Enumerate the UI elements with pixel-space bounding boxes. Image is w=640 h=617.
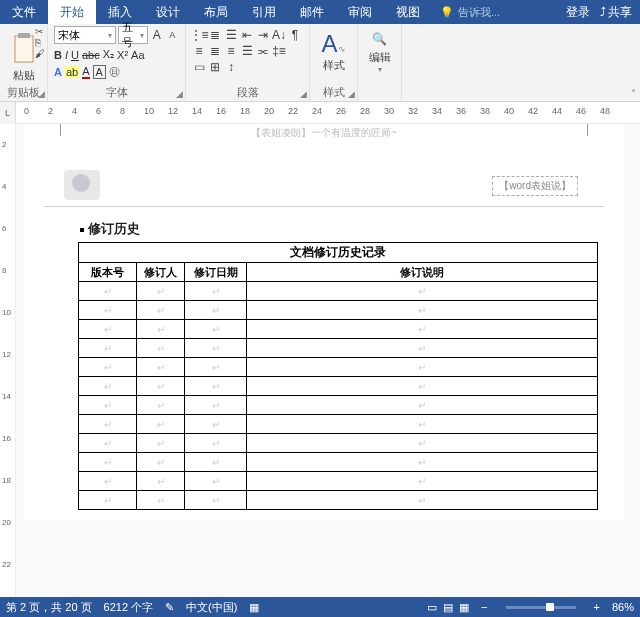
inserted-text-box[interactable]: 【word表姐说】 <box>492 176 578 196</box>
status-words[interactable]: 6212 个字 <box>104 600 154 615</box>
share-button[interactable]: ⤴共享 <box>600 4 632 21</box>
decrease-indent[interactable]: ⇤ <box>240 28 254 42</box>
revision-table[interactable]: 文档修订历史记录 版本号 修订人 修订日期 修订说明 ↵↵↵↵↵↵↵↵↵↵↵↵↵… <box>78 242 598 510</box>
table-row[interactable]: ↵↵↵↵ <box>79 396 598 415</box>
table-cell[interactable]: ↵ <box>185 453 247 472</box>
table-cell[interactable]: ↵ <box>79 396 137 415</box>
char-border-button[interactable]: A <box>93 65 106 79</box>
styles-button[interactable]: A∿ <box>316 30 351 58</box>
editing-dropdown[interactable]: ▾ <box>364 65 395 74</box>
change-case-button[interactable]: Aa <box>131 49 144 61</box>
table-cell[interactable]: ↵ <box>247 434 598 453</box>
table-row[interactable]: ↵↵↵↵ <box>79 377 598 396</box>
grow-font[interactable]: A <box>150 27 164 43</box>
tab-review[interactable]: 审阅 <box>336 0 384 24</box>
table-row[interactable]: ↵↵↵↵ <box>79 282 598 301</box>
table-cell[interactable]: ↵ <box>247 396 598 415</box>
table-cell[interactable]: ↵ <box>79 377 137 396</box>
text-effects-button[interactable]: A <box>54 66 62 78</box>
table-cell[interactable]: ↵ <box>79 434 137 453</box>
table-row[interactable]: ↵↵↵↵ <box>79 415 598 434</box>
ruler-horizontal[interactable]: L 02468101214161820222426283032343638404… <box>0 102 640 124</box>
ribbon-collapse[interactable]: ˄ <box>631 88 636 99</box>
subscript-button[interactable]: X₂ <box>103 48 114 61</box>
font-launcher[interactable]: ◢ <box>176 89 183 99</box>
status-page[interactable]: 第 2 页，共 20 页 <box>6 600 92 615</box>
table-cell[interactable]: ↵ <box>137 358 185 377</box>
paste-button[interactable] <box>9 30 39 66</box>
bullets-button[interactable]: ⋮≡ <box>192 28 206 42</box>
table-cell[interactable]: ↵ <box>137 377 185 396</box>
clipboard-launcher[interactable]: ◢ <box>38 89 45 99</box>
bold-button[interactable]: B <box>54 49 62 61</box>
view-print-icon[interactable]: ▤ <box>443 601 453 614</box>
table-cell[interactable]: ↵ <box>247 472 598 491</box>
styles-launcher[interactable]: ◢ <box>348 89 355 99</box>
tab-mail[interactable]: 邮件 <box>288 0 336 24</box>
cut-icon[interactable]: ✂ <box>35 26 45 37</box>
table-cell[interactable]: ↵ <box>137 415 185 434</box>
table-cell[interactable]: ↵ <box>185 415 247 434</box>
tab-design[interactable]: 设计 <box>144 0 192 24</box>
table-cell[interactable]: ↵ <box>79 453 137 472</box>
table-cell[interactable]: ↵ <box>247 415 598 434</box>
status-lang[interactable]: 中文(中国) <box>186 600 237 615</box>
tab-references[interactable]: 引用 <box>240 0 288 24</box>
login-button[interactable]: 登录 <box>566 4 590 21</box>
borders-button[interactable]: ⊞ <box>208 60 222 74</box>
table-cell[interactable]: ↵ <box>185 339 247 358</box>
tab-selector[interactable]: L <box>0 102 16 124</box>
table-cell[interactable]: ↵ <box>79 415 137 434</box>
table-cell[interactable]: ↵ <box>247 453 598 472</box>
table-row[interactable]: ↵↵↵↵ <box>79 320 598 339</box>
table-cell[interactable]: ↵ <box>79 358 137 377</box>
table-row[interactable]: ↵↵↵↵ <box>79 434 598 453</box>
underline-button[interactable]: U <box>71 49 79 61</box>
table-cell[interactable]: ↵ <box>247 320 598 339</box>
table-cell[interactable]: ↵ <box>79 339 137 358</box>
shrink-font[interactable]: A <box>166 27 180 43</box>
sort-button[interactable]: A↓ <box>272 28 286 42</box>
table-cell[interactable]: ↵ <box>79 320 137 339</box>
zoom-level[interactable]: 86% <box>612 601 634 613</box>
table-cell[interactable]: ↵ <box>185 396 247 415</box>
align-right[interactable]: ≡ <box>224 44 238 58</box>
table-row[interactable]: ↵↵↵↵ <box>79 453 598 472</box>
table-cell[interactable]: ↵ <box>185 301 247 320</box>
asian-layout[interactable]: ↕ <box>224 60 238 74</box>
tab-view[interactable]: 视图 <box>384 0 432 24</box>
status-spellcheck-icon[interactable]: ✎ <box>165 601 174 614</box>
table-row[interactable]: ↵↵↵↵ <box>79 358 598 377</box>
tab-file[interactable]: 文件 <box>0 0 48 24</box>
table-cell[interactable]: ↵ <box>137 434 185 453</box>
table-cell[interactable]: ↵ <box>247 491 598 510</box>
zoom-in[interactable]: + <box>594 601 600 613</box>
numbering-button[interactable]: ≣ <box>208 28 222 42</box>
distribute[interactable]: ⫘ <box>256 44 270 58</box>
table-cell[interactable]: ↵ <box>185 282 247 301</box>
superscript-button[interactable]: X² <box>117 49 128 61</box>
table-cell[interactable]: ↵ <box>185 434 247 453</box>
zoom-out[interactable]: − <box>481 601 487 613</box>
zoom-slider[interactable] <box>506 606 576 609</box>
view-web-icon[interactable]: ▦ <box>459 601 469 614</box>
highlight-button[interactable]: ab <box>65 66 79 78</box>
tell-me[interactable]: 💡告诉我... <box>440 5 500 20</box>
para-launcher[interactable]: ◢ <box>300 89 307 99</box>
table-cell[interactable]: ↵ <box>79 491 137 510</box>
line-spacing[interactable]: ‡≡ <box>272 44 286 58</box>
strike-button[interactable]: abc <box>82 49 100 61</box>
table-cell[interactable]: ↵ <box>79 472 137 491</box>
view-read-icon[interactable]: ▭ <box>427 601 437 614</box>
table-cell[interactable]: ↵ <box>247 282 598 301</box>
copy-icon[interactable]: ⎘ <box>35 37 45 48</box>
table-cell[interactable]: ↵ <box>137 339 185 358</box>
align-center[interactable]: ≣ <box>208 44 222 58</box>
find-button[interactable]: 🔍 <box>364 32 395 46</box>
table-cell[interactable]: ↵ <box>137 396 185 415</box>
table-cell[interactable]: ↵ <box>185 377 247 396</box>
italic-button[interactable]: I <box>65 49 68 61</box>
table-row[interactable]: ↵↵↵↵ <box>79 472 598 491</box>
show-marks[interactable]: ¶ <box>288 28 302 42</box>
table-cell[interactable]: ↵ <box>247 301 598 320</box>
